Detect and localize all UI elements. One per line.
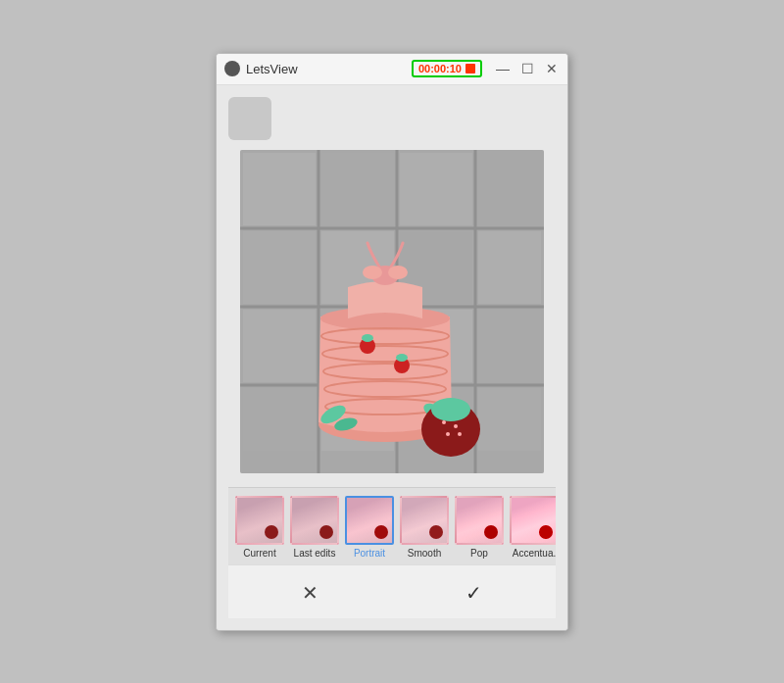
filter-thumb-smooth[interactable] <box>400 496 449 545</box>
filter-thumb-last-edits[interactable] <box>290 496 339 545</box>
svg-point-31 <box>363 266 382 279</box>
action-bar: ✕ ✓ <box>228 564 556 618</box>
filter-thumb-portrait[interactable] <box>345 496 394 545</box>
app-logo <box>224 61 240 76</box>
svg-point-45 <box>396 354 408 362</box>
svg-rect-9 <box>400 153 472 225</box>
svg-rect-18 <box>478 310 541 382</box>
filter-preview-smooth <box>402 498 447 543</box>
filter-item-portrait[interactable]: Portrait <box>344 496 395 559</box>
filter-label-accentua: Accentua. <box>513 548 556 559</box>
filter-label-portrait: Portrait <box>354 548 385 559</box>
recording-dot <box>466 64 475 73</box>
close-button[interactable]: ✕ <box>544 61 560 76</box>
filter-preview-accentua <box>512 498 556 543</box>
svg-rect-14 <box>478 231 541 304</box>
filter-thumbnails: Current Last edits Portrait <box>228 496 556 559</box>
filter-label-pop: Pop <box>470 548 488 559</box>
filter-thumb-current[interactable] <box>235 496 284 545</box>
main-image <box>240 150 544 473</box>
filter-label-smooth: Smooth <box>408 548 441 559</box>
window-controls: — ☐ ✕ <box>494 61 560 76</box>
svg-point-32 <box>388 266 408 279</box>
filter-preview-pop <box>457 498 502 543</box>
svg-point-37 <box>431 398 470 421</box>
filter-item-accentua[interactable]: Accentua. <box>509 496 556 559</box>
svg-point-39 <box>454 424 458 428</box>
minimize-button[interactable]: — <box>494 61 512 76</box>
app-window: LetsView 00:00:10 — ☐ ✕ <box>216 53 568 631</box>
svg-point-41 <box>458 432 462 436</box>
recording-badge: 00:00:10 <box>412 60 482 77</box>
restore-button[interactable]: ☐ <box>519 61 536 76</box>
filter-strip: Current Last edits Portrait <box>228 487 556 564</box>
svg-rect-10 <box>478 153 541 225</box>
filter-item-smooth[interactable]: Smooth <box>399 496 450 559</box>
filter-preview-current <box>237 498 282 543</box>
avatar <box>228 97 271 140</box>
svg-point-40 <box>446 432 450 436</box>
filter-item-pop[interactable]: Pop <box>454 496 505 559</box>
filter-preview-portrait <box>347 498 392 543</box>
filter-item-current[interactable]: Current <box>234 496 285 559</box>
window-body: Current Last edits Portrait <box>217 85 567 630</box>
confirm-button[interactable]: ✓ <box>436 577 512 609</box>
filter-item-last-edits[interactable]: Last edits <box>289 496 340 559</box>
svg-rect-8 <box>321 153 394 225</box>
svg-point-38 <box>442 420 446 424</box>
filter-preview-last-edits <box>292 498 337 543</box>
titlebar: LetsView 00:00:10 — ☐ ✕ <box>217 54 567 85</box>
app-title: LetsView <box>246 62 412 76</box>
svg-rect-15 <box>243 310 316 382</box>
cancel-button[interactable]: ✕ <box>272 577 348 609</box>
svg-rect-11 <box>243 231 316 304</box>
filter-label-last-edits: Last edits <box>294 548 336 559</box>
svg-rect-19 <box>243 388 316 451</box>
svg-point-43 <box>362 334 373 342</box>
filter-label-current: Current <box>243 548 275 559</box>
svg-rect-22 <box>478 388 541 451</box>
svg-rect-7 <box>243 153 316 225</box>
recording-time: 00:00:10 <box>418 63 462 74</box>
filter-thumb-accentua[interactable] <box>510 496 556 545</box>
avatar-area <box>228 97 271 140</box>
filter-thumb-pop[interactable] <box>455 496 504 545</box>
